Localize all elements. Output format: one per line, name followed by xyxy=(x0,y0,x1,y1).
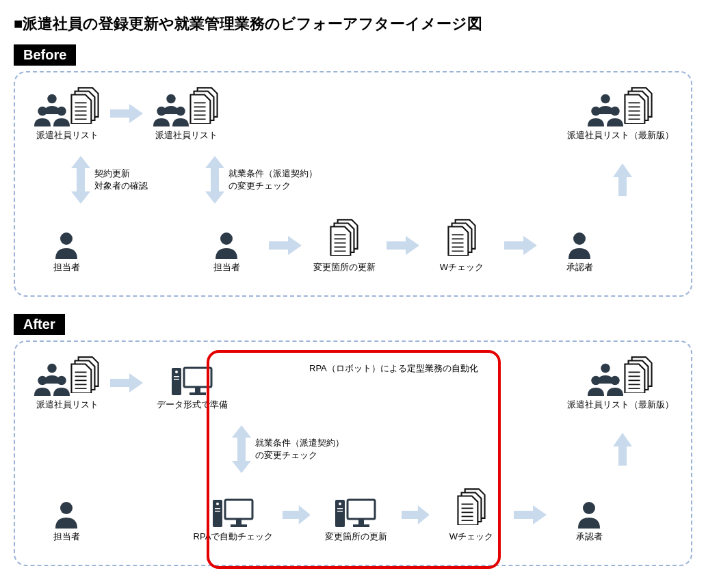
arrow-right-icon xyxy=(269,236,302,255)
before-approver: 承認者 xyxy=(545,218,614,273)
label: 変更箇所の更新 xyxy=(313,262,376,273)
label: 派遣社員リスト xyxy=(36,130,99,142)
before-list-2: 派遣社員リスト xyxy=(151,86,221,142)
after-list-1: 派遣社員リスト xyxy=(32,356,102,411)
label: 派遣社員リスト xyxy=(155,130,218,142)
documents-icon xyxy=(330,217,359,256)
after-wcheck: Wチェック xyxy=(437,487,506,543)
label: 変更箇所の更新 xyxy=(325,531,387,543)
label: RPAで自動チェック xyxy=(194,531,274,543)
after-list-latest: 派遣社員リスト（最新版） xyxy=(567,356,674,411)
arrow-right-icon xyxy=(402,505,429,524)
group-icon xyxy=(32,361,70,397)
documents-icon xyxy=(70,85,100,124)
after-label: After xyxy=(14,314,65,335)
documents-icon xyxy=(457,487,486,525)
label: 承認者 xyxy=(566,262,593,273)
computer-icon xyxy=(213,494,254,529)
label: 担当者 xyxy=(213,262,240,273)
after-update: 変更箇所の更新 xyxy=(318,487,393,543)
person-icon xyxy=(575,498,603,529)
group-icon xyxy=(151,92,189,127)
arrow-up-icon xyxy=(613,163,632,196)
label: データ形式で準備 xyxy=(157,399,228,411)
group-icon xyxy=(32,92,70,127)
before-list-latest: 派遣社員リスト（最新版） xyxy=(567,86,674,142)
before-panel: 派遣社員リスト 派遣社員リスト 派遣社員リスト（最新版） 契約更新 対象者の確認 xyxy=(14,71,692,297)
arrow-updown-icon xyxy=(205,156,224,204)
arrow-right-icon xyxy=(514,505,547,524)
after-panel: RPA（ロボット）による定型業務の自動化 派遣社員リスト データ形式で準備 派遣… xyxy=(14,340,692,566)
before-person-1: 担当者 xyxy=(32,218,101,273)
before-person-2: 担当者 xyxy=(192,218,261,273)
arrow-right-icon xyxy=(110,373,143,392)
documents-icon xyxy=(189,85,219,124)
label: 担当者 xyxy=(53,262,80,273)
before-label: Before xyxy=(14,44,76,66)
after-approver: 承認者 xyxy=(555,487,623,543)
person-icon xyxy=(53,229,80,259)
rpa-caption: RPA（ロボット）による定型業務の自動化 xyxy=(309,362,478,375)
label: 契約更新 対象者の確認 xyxy=(94,168,148,191)
computer-icon xyxy=(335,494,376,529)
documents-icon xyxy=(624,355,653,393)
arrow-right-icon xyxy=(283,505,310,524)
label: 就業条件（派遣契約） の変更チェック xyxy=(228,168,317,191)
arrow-right-icon xyxy=(110,104,143,123)
after-data-prep: データ形式で準備 xyxy=(151,356,233,411)
label: 派遣社員リスト xyxy=(36,399,99,411)
label: 派遣社員リスト（最新版） xyxy=(567,399,674,411)
before-list-1: 派遣社員リスト xyxy=(32,86,102,142)
after-rpa-check: RPAで自動チェック xyxy=(192,487,274,543)
documents-icon xyxy=(624,85,653,124)
label: Wチェック xyxy=(449,531,493,543)
person-icon xyxy=(53,498,80,529)
person-icon xyxy=(213,229,240,259)
group-icon xyxy=(586,92,624,127)
documents-icon xyxy=(447,217,477,256)
before-wcheck: Wチェック xyxy=(428,218,496,273)
group-icon xyxy=(586,361,624,397)
after-person-1: 担当者 xyxy=(32,487,101,543)
arrow-right-icon xyxy=(387,236,419,255)
label: 担当者 xyxy=(53,531,80,543)
label: 承認者 xyxy=(576,531,603,543)
arrow-updown-icon xyxy=(232,425,251,473)
label: 派遣社員リスト（最新版） xyxy=(567,130,674,142)
computer-icon xyxy=(172,362,213,397)
arrow-up-icon xyxy=(613,433,632,466)
label: Wチェック xyxy=(440,262,484,273)
before-update: 変更箇所の更新 xyxy=(310,218,378,273)
arrow-right-icon xyxy=(504,236,537,255)
documents-icon xyxy=(70,355,100,393)
arrow-updown-icon xyxy=(71,156,90,204)
page-title: ■派遣社員の登録更新や就業管理業務のビフォーアフターイメージ図 xyxy=(14,14,692,34)
person-icon xyxy=(566,229,593,259)
label: 就業条件（派遣契約） の変更チェック xyxy=(255,437,344,461)
